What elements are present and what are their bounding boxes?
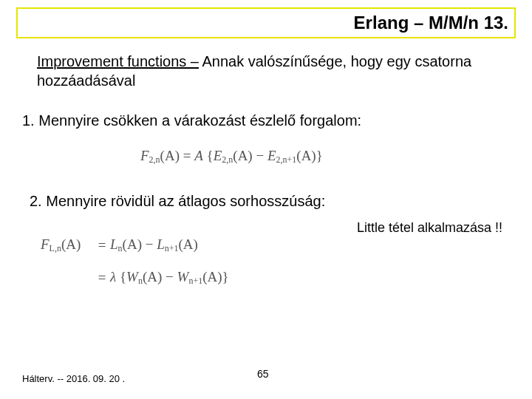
f2r2-eq: = [94,270,110,286]
formula-1: F2,n(A) = A {E2,n(A) − E2,n+1(A)} [140,148,323,166]
f1-t1-base: E [214,148,222,163]
f2r1-t2-arg: (A) [179,236,198,252]
f2r2-brace-close: } [222,269,229,284]
f1-lhs-base: F [140,148,149,163]
f1-t2-arg: (A) [296,148,316,163]
f2r1-t1-base: L [110,236,118,252]
f1-rhs-a: A [194,148,203,163]
formula-2-row-1: FL,n(A) = Ln(A) − Ln+1(A) [41,229,229,262]
f2r2-t2-arg: (A) [202,269,222,284]
f2r2-t1-base: W [126,269,138,284]
intro-text: Improvement functions – Annak valószínűs… [37,52,495,90]
f1-brace-close: } [316,148,323,163]
f2r2-t2-sub: n+1 [188,276,202,286]
f1-t2-base: E [267,148,276,163]
formula-2: FL,n(A) = Ln(A) − Ln+1(A) = λ {Wn(A) − W… [41,229,229,294]
f1-t2-sub: 2,n+1 [276,154,297,165]
f1-lhs-arg: (A) [160,148,180,163]
f2r2-brace-open: { [120,269,126,284]
footer-text: Hálterv. -- 2016. 09. 20 . [22,373,125,384]
f2r2-t2-base: W [177,269,189,284]
f1-t1-sub: 2,n [222,154,233,165]
f2r2-minus: − [162,269,177,284]
f2r1-lhs-base: F [41,236,50,252]
f2r1-eq: = [94,237,110,253]
f2r1-t2-sub: n+1 [165,243,179,253]
note-text: Little tétel alkalmazása !! [357,220,502,236]
f2r2-t1-arg: (A) [143,269,162,284]
f2r1-t1-arg: (A) [123,236,142,252]
f2r2-lambda: λ [110,269,120,284]
slide-title: Erlang – M/M/n 13. [354,13,508,33]
f1-t1-arg: (A) [233,148,252,163]
f2r1-lhs-arg: (A) [61,236,81,252]
slide-title-box: Erlang – M/M/n 13. [16,7,516,38]
f2r1-lhs-sub: L,n [50,243,61,253]
formula-2-row-2: = λ {Wn(A) − Wn+1(A)} [41,262,229,294]
f1-eq: = [180,148,194,163]
list-item-1: 1. Mennyire csökken a várakozást észlelő… [22,112,361,129]
f2r1-t2-base: L [157,236,165,252]
page-number: 65 [257,368,269,380]
f1-minus: − [253,148,267,163]
f1-lhs-sub: 2,n [149,154,160,165]
f2r1-minus: − [142,236,157,252]
f1-brace-open: { [203,148,214,163]
list-item-2: 2. Mennyire rövidül az átlagos sorhosszú… [30,193,325,210]
intro-underlined: Improvement functions – [37,53,199,69]
